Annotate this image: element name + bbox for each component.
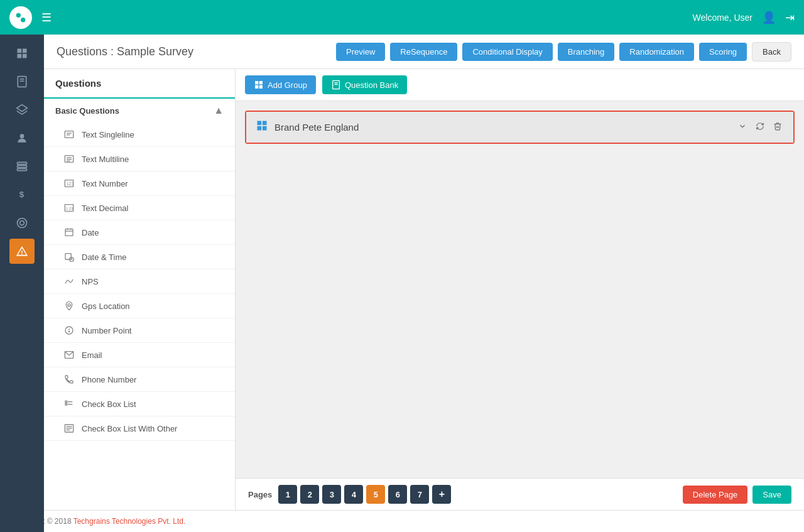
list-item[interactable]: 1.23 Text Decimal	[44, 196, 235, 220]
sidebar-warning-icon[interactable]	[9, 239, 35, 264]
hamburger-menu[interactable]: ☰	[41, 11, 52, 24]
questions-panel: Questions Basic Questions ▲ Text Singlel…	[44, 69, 236, 510]
svg-rect-5	[23, 54, 27, 58]
list-item[interactable]: Text Singleline	[44, 122, 235, 147]
basic-questions-section: Basic Questions ▲	[44, 99, 235, 122]
svg-point-39	[68, 331, 69, 332]
nav-left: ☰	[9, 6, 52, 29]
text-number-label: Text Number	[82, 179, 128, 188]
svg-point-15	[18, 219, 27, 228]
page-btn-6[interactable]: 6	[388, 485, 407, 504]
resequence-button[interactable]: ReSequence	[390, 43, 457, 61]
svg-rect-11	[18, 162, 27, 164]
list-item[interactable]: Date	[44, 220, 235, 245]
save-button[interactable]: Save	[752, 486, 791, 504]
content-body: Questions Basic Questions ▲ Text Singlel…	[44, 69, 804, 510]
sidebar-user-icon[interactable]	[9, 126, 35, 151]
basic-questions-label: Basic Questions	[55, 106, 119, 116]
user-account-icon[interactable]: 👤	[762, 11, 776, 24]
footer-actions: Delete Page Save	[683, 486, 791, 504]
delete-page-button[interactable]: Delete Page	[683, 486, 748, 504]
section-toggle-icon[interactable]: ▲	[214, 105, 224, 116]
svg-text:123: 123	[67, 182, 73, 186]
app-logo[interactable]	[9, 6, 32, 29]
add-group-label: Add Group	[268, 80, 307, 90]
text-multiline-icon	[63, 153, 75, 165]
svg-rect-52	[259, 85, 263, 89]
svg-rect-58	[258, 126, 262, 131]
list-item[interactable]: Email	[44, 343, 235, 367]
list-item[interactable]: Check Box List With Other	[44, 416, 235, 441]
nav-right: Welcome, User 👤 ⇥	[693, 11, 795, 24]
main-area: Questions : Sample Survey Preview ReSequ…	[44, 35, 804, 510]
add-group-button[interactable]: Add Group	[245, 75, 316, 94]
email-label: Email	[82, 350, 102, 360]
sidebar-layers-icon[interactable]	[9, 97, 35, 122]
svg-rect-59	[263, 126, 267, 131]
copyright-bar: Copyright © 2018 Techgrains Technologies…	[0, 510, 804, 532]
randomization-button[interactable]: Randomization	[619, 43, 694, 61]
svg-point-0	[16, 13, 21, 17]
checkbox-label: Check Box List	[82, 399, 136, 409]
list-item[interactable]: NPS	[44, 269, 235, 294]
list-item[interactable]: Date & Time	[44, 245, 235, 269]
date-icon	[63, 226, 75, 239]
page-btn-5-active[interactable]: 5	[366, 485, 385, 504]
logout-icon[interactable]: ⇥	[785, 11, 795, 24]
back-button[interactable]: Back	[752, 42, 791, 62]
questions-panel-title: Questions	[44, 69, 235, 99]
preview-button[interactable]: Preview	[336, 43, 385, 61]
gps-label: Gps Location	[82, 301, 130, 311]
checkbox-other-icon	[63, 422, 75, 435]
page-btn-1[interactable]: 1	[278, 485, 297, 504]
branching-button[interactable]: Branching	[558, 43, 615, 61]
builder-area: Add Group Question Bank Brand Pete Engla…	[236, 69, 804, 510]
sidebar-circle-icon[interactable]	[9, 210, 35, 236]
list-item[interactable]: Text Multiline	[44, 147, 235, 171]
text-multiline-label: Text Multiline	[82, 155, 129, 164]
conditional-display-button[interactable]: Conditional Display	[462, 43, 552, 61]
group-header: Brand Pete England	[246, 112, 793, 143]
company-link[interactable]: Techgrains Technologies Pvt. Ltd.	[73, 517, 186, 526]
svg-point-1	[21, 18, 25, 22]
list-item[interactable]: 123 Text Number	[44, 171, 235, 196]
datetime-label: Date & Time	[82, 252, 127, 262]
svg-rect-13	[18, 168, 27, 170]
group-refresh-button[interactable]	[754, 120, 766, 135]
sidebar-stack-icon[interactable]	[9, 154, 35, 179]
question-bank-button[interactable]: Question Bank	[322, 75, 407, 94]
date-label: Date	[82, 228, 99, 237]
add-page-button[interactable]: +	[432, 485, 451, 504]
text-singleline-label: Text Singleline	[82, 130, 134, 139]
list-item[interactable]: Number Point	[44, 318, 235, 343]
number-point-icon	[63, 324, 75, 337]
svg-rect-51	[255, 85, 258, 89]
svg-rect-41	[65, 401, 67, 403]
svg-point-10	[20, 134, 24, 138]
svg-rect-3	[23, 49, 27, 53]
svg-rect-56	[258, 121, 262, 126]
group-actions	[736, 120, 784, 135]
group-collapse-button[interactable]	[736, 120, 749, 135]
sidebar-dollar-icon[interactable]: $	[9, 182, 35, 207]
sidebar-dashboard-icon[interactable]	[9, 41, 35, 66]
datetime-icon	[63, 251, 75, 263]
svg-point-16	[20, 221, 24, 225]
list-item[interactable]: Phone Number	[44, 367, 235, 392]
scoring-button[interactable]: Scoring	[699, 43, 747, 61]
sidebar-book-icon[interactable]	[9, 69, 35, 94]
group-delete-button[interactable]	[771, 120, 784, 135]
checkbox-other-label: Check Box List With Other	[82, 424, 177, 433]
page-btn-4[interactable]: 4	[344, 485, 363, 504]
builder-content: Brand Pete England	[236, 101, 804, 478]
list-item[interactable]: Gps Location	[44, 294, 235, 318]
checkbox-icon	[63, 398, 75, 410]
page-btn-2[interactable]: 2	[300, 485, 319, 504]
nps-label: NPS	[82, 277, 99, 286]
list-item[interactable]: Check Box List	[44, 392, 235, 416]
svg-rect-32	[65, 254, 71, 259]
svg-rect-2	[18, 49, 22, 53]
page-btn-7[interactable]: 7	[410, 485, 429, 504]
text-number-icon: 123	[63, 177, 75, 190]
page-btn-3[interactable]: 3	[322, 485, 341, 504]
